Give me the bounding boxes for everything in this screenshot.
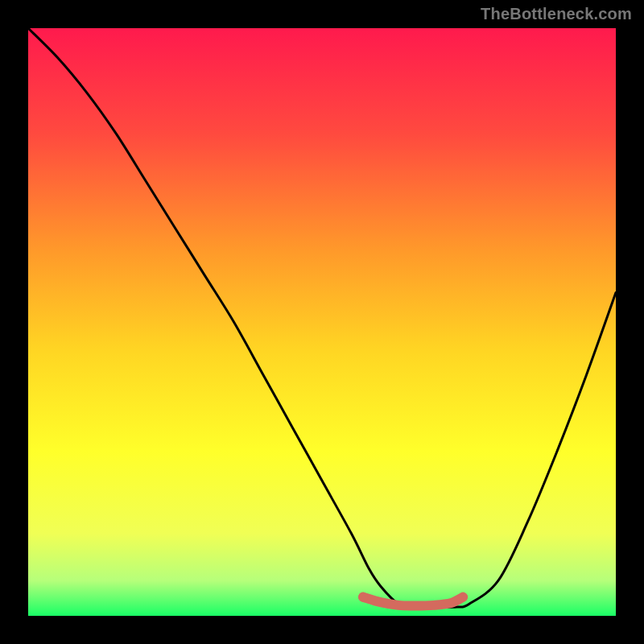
highlight-dot <box>358 592 368 602</box>
plot-area <box>28 28 616 616</box>
bottleneck-curve <box>28 28 616 607</box>
highlight-segment <box>363 597 463 606</box>
watermark-text: TheBottleneck.com <box>481 5 632 23</box>
curve-layer <box>28 28 616 616</box>
chart-frame: TheBottleneck.com <box>0 0 644 644</box>
